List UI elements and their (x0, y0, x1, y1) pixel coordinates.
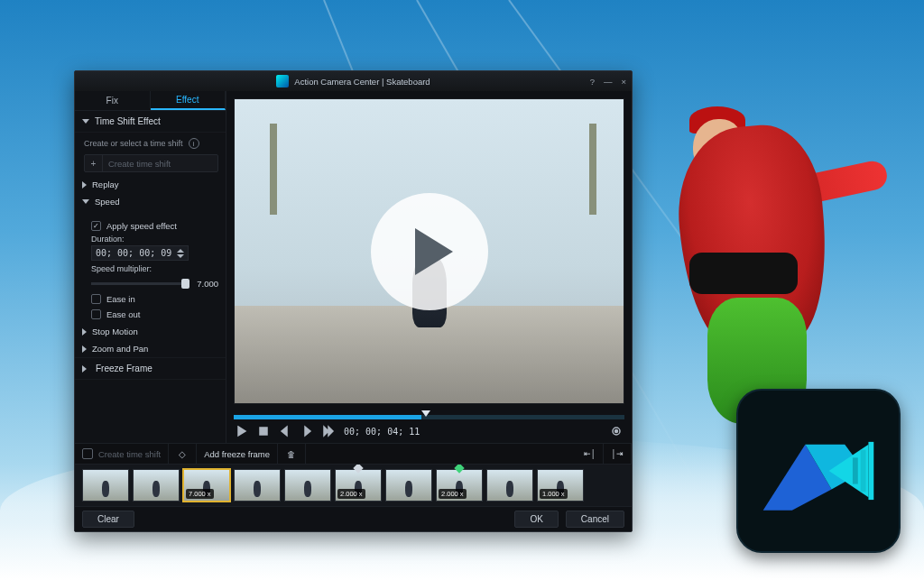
chevron-right-icon (82, 328, 87, 336)
apply-speed-checkbox[interactable] (91, 221, 101, 231)
ease-out-label: Ease out (106, 309, 141, 319)
time-shift-hint: Create or select a time shift i (84, 138, 218, 149)
chevron-down-icon (82, 199, 89, 204)
create-time-shift-button[interactable]: + Create time shift (84, 154, 218, 172)
timeline[interactable]: 7.000 x2.000 x2.000 x1.000 x (75, 465, 632, 506)
transport-bar: 00; 00; 04; 11 (226, 419, 632, 443)
sidebar: Fix Effect Time Shift Effect Create or s… (75, 91, 226, 443)
tab-fix[interactable]: Fix (75, 91, 151, 110)
timeline-clip[interactable]: 2.000 x (335, 469, 382, 502)
freeze-marker-button[interactable]: ◇ (169, 444, 197, 464)
help-icon[interactable]: ? (590, 77, 595, 87)
chevron-right-icon (82, 181, 87, 189)
info-icon[interactable]: i (189, 138, 199, 149)
next-frame-button[interactable] (300, 425, 313, 437)
section-time-shift[interactable]: Time Shift Effect (75, 111, 226, 133)
marker-icon: ◇ (176, 447, 189, 460)
duration-value: 00; 00; 00; 09 (96, 248, 171, 258)
video-preview[interactable] (234, 98, 624, 404)
mark-out-button[interactable]: │⇥ (604, 444, 632, 464)
svg-rect-7 (853, 457, 858, 483)
timeline-clip[interactable]: 1.000 x (537, 469, 584, 502)
ok-button[interactable]: OK (514, 511, 558, 528)
timeline-clip[interactable] (133, 469, 180, 502)
scrubber[interactable] (234, 415, 624, 419)
chevron-down-icon (82, 119, 89, 124)
section-replay[interactable]: Replay (75, 176, 226, 193)
prev-frame-button[interactable] (279, 425, 291, 437)
chevron-right-icon (82, 365, 90, 373)
footer-bar: Clear OK Cancel (75, 506, 632, 531)
timeline-clip[interactable]: 7.000 x (183, 469, 230, 502)
tab-effect[interactable]: Effect (151, 91, 226, 110)
minimize-icon[interactable]: — (604, 77, 613, 87)
clip-speed-badge: 1.000 x (540, 489, 568, 499)
editor-window: Action Camera Center | Skateboard ? — × … (74, 70, 633, 532)
section-stop-motion[interactable]: Stop Motion (75, 323, 226, 340)
timeline-clip[interactable] (82, 469, 129, 502)
multiplier-label: Speed multiplier: (91, 264, 218, 273)
chevron-right-icon (82, 345, 87, 353)
duration-label: Duration: (91, 235, 218, 244)
keyframe-marker[interactable] (454, 465, 464, 474)
duration-field[interactable]: 00; 00; 00; 09 (91, 245, 189, 261)
keyframe-marker[interactable] (353, 465, 363, 474)
section-zoom-pan[interactable]: Zoom and Pan (75, 340, 226, 357)
svg-point-2 (615, 430, 618, 433)
ease-out-checkbox[interactable] (91, 309, 101, 319)
clear-button[interactable]: Clear (82, 511, 134, 528)
plus-icon: + (85, 155, 103, 171)
settings-gear-icon[interactable] (610, 425, 623, 437)
svg-rect-6 (861, 450, 866, 493)
scrubber-head[interactable] (421, 410, 430, 417)
preview-panel: 00; 00; 04; 11 (226, 91, 632, 443)
close-icon[interactable]: × (621, 77, 626, 87)
cancel-button[interactable]: Cancel (566, 511, 624, 528)
timeline-clip[interactable] (486, 469, 533, 502)
create-time-shift-button[interactable]: Create time shift (75, 444, 169, 464)
svg-rect-5 (868, 442, 873, 500)
timeline-clip[interactable]: 2.000 x (436, 469, 483, 502)
add-freeze-frame-button[interactable]: Add freeze frame (197, 444, 278, 464)
apply-speed-label: Apply speed effect (106, 221, 177, 231)
sidebar-tabs: Fix Effect (75, 91, 226, 111)
play-icon (415, 228, 453, 275)
product-logo (736, 389, 901, 553)
section-freeze-frame[interactable]: Freeze Frame (75, 357, 226, 380)
mark-in-button[interactable]: ⇤│ (577, 444, 605, 464)
multiplier-value: 7.000 (197, 279, 218, 289)
timeline-clip[interactable] (385, 469, 432, 502)
ease-in-label: Ease in (106, 294, 135, 304)
section-title: Time Shift Effect (95, 116, 161, 126)
app-icon (276, 75, 289, 87)
timeline-clip[interactable] (234, 469, 281, 502)
timecode-display: 00; 00; 04; 11 (344, 427, 420, 437)
clip-speed-badge: 2.000 x (439, 489, 467, 499)
titlebar[interactable]: Action Camera Center | Skateboard ? — × (75, 71, 632, 91)
delete-button[interactable]: 🗑 (278, 444, 306, 464)
timeline-clip[interactable] (284, 469, 331, 502)
plus-icon (82, 448, 93, 459)
trash-icon: 🗑 (285, 447, 298, 460)
window-title: Action Camera Center | Skateboard (294, 77, 430, 87)
clip-speed-badge: 2.000 x (337, 489, 365, 499)
fast-forward-button[interactable] (322, 425, 335, 437)
stop-button[interactable] (257, 425, 270, 437)
section-speed[interactable]: Speed (75, 193, 226, 210)
play-overlay-button[interactable] (371, 193, 488, 310)
timeline-toolbar: Create time shift ◇ Add freeze frame 🗑 ⇤… (75, 443, 632, 465)
svg-rect-0 (260, 428, 267, 435)
slider-knob[interactable] (181, 279, 189, 289)
ease-in-checkbox[interactable] (91, 294, 101, 304)
clip-speed-badge: 7.000 x (186, 489, 214, 499)
duration-stepper[interactable] (177, 249, 184, 258)
multiplier-slider[interactable] (91, 282, 189, 285)
play-button[interactable] (236, 425, 248, 437)
